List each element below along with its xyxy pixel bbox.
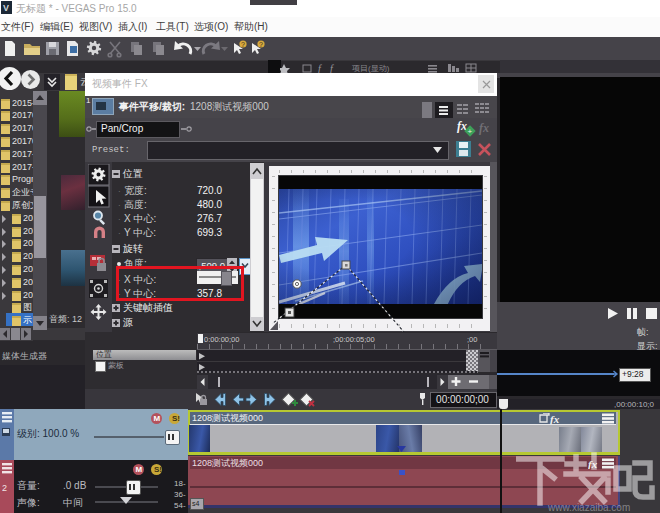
svg-text:f: f — [330, 63, 334, 73]
svg-text:f: f — [318, 63, 322, 73]
svg-text:?: ? — [241, 41, 245, 48]
svg-text:2: 2 — [2, 483, 7, 493]
svg-text:项目(显动): 项目(显动) — [352, 64, 390, 73]
svg-text:fx: fx — [550, 413, 560, 424]
svg-text:?: ? — [259, 41, 263, 48]
